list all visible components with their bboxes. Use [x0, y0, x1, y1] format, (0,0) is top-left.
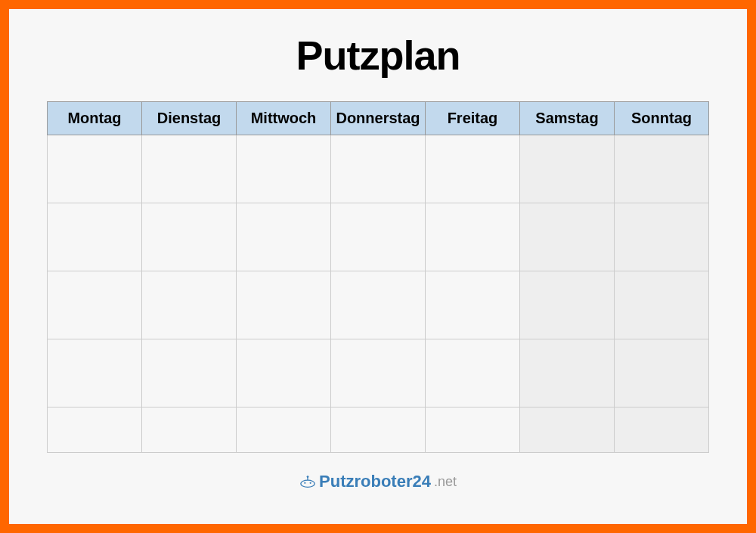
- table-header-row: Montag Dienstag Mittwoch Donnerstag Frei…: [48, 102, 709, 135]
- plan-cell: [142, 203, 237, 271]
- plan-cell: [331, 203, 426, 271]
- page-title: Putzplan: [296, 32, 460, 79]
- plan-cell: [331, 135, 426, 203]
- brand-name: Putzroboter24: [319, 472, 431, 491]
- plan-cell: [426, 135, 520, 203]
- table-row: [48, 407, 709, 453]
- day-header: Dienstag: [142, 102, 237, 135]
- plan-cell: [142, 339, 237, 407]
- day-header: Sonntag: [615, 102, 709, 135]
- plan-cell: [48, 271, 142, 339]
- plan-cell: [237, 135, 331, 203]
- plan-cell: [426, 407, 520, 453]
- day-header: Montag: [48, 102, 142, 135]
- svg-point-4: [310, 482, 311, 484]
- plan-cell: [426, 339, 520, 407]
- footer-brand: Putzroboter24.net: [299, 472, 457, 491]
- plan-cell: [331, 339, 426, 407]
- plan-cell-weekend: [520, 271, 615, 339]
- plan-cell-weekend: [615, 339, 709, 407]
- plan-cell: [237, 407, 331, 453]
- table-row: [48, 339, 709, 407]
- plan-cell: [237, 271, 331, 339]
- plan-cell: [426, 203, 520, 271]
- day-header: Mittwoch: [237, 102, 331, 135]
- page-container: Putzplan Montag Dienstag Mittwoch Donner…: [9, 9, 747, 524]
- plan-cell: [48, 339, 142, 407]
- plan-cell-weekend: [520, 203, 615, 271]
- plan-cell-weekend: [615, 203, 709, 271]
- day-header: Freitag: [426, 102, 520, 135]
- table-row: [48, 203, 709, 271]
- robot-icon: [299, 475, 316, 488]
- svg-point-3: [304, 482, 305, 484]
- plan-cell: [142, 135, 237, 203]
- table-row: [48, 135, 709, 203]
- day-header: Samstag: [520, 102, 615, 135]
- plan-cell-weekend: [520, 339, 615, 407]
- plan-cell: [142, 407, 237, 453]
- plan-cell: [142, 271, 237, 339]
- plan-cell: [331, 271, 426, 339]
- plan-cell-weekend: [520, 407, 615, 453]
- brand-suffix: .net: [434, 474, 457, 490]
- plan-cell: [48, 407, 142, 453]
- svg-point-0: [301, 480, 314, 487]
- plan-cell: [48, 203, 142, 271]
- plan-cell-weekend: [615, 271, 709, 339]
- plan-cell: [48, 135, 142, 203]
- plan-cell-weekend: [615, 135, 709, 203]
- plan-cell: [426, 271, 520, 339]
- plan-cell-weekend: [615, 407, 709, 453]
- plan-cell: [237, 339, 331, 407]
- plan-cell: [237, 203, 331, 271]
- svg-point-2: [307, 476, 309, 478]
- cleaning-plan-table: Montag Dienstag Mittwoch Donnerstag Frei…: [47, 101, 709, 453]
- table-row: [48, 271, 709, 339]
- plan-cell: [331, 407, 426, 453]
- day-header: Donnerstag: [331, 102, 426, 135]
- plan-cell-weekend: [520, 135, 615, 203]
